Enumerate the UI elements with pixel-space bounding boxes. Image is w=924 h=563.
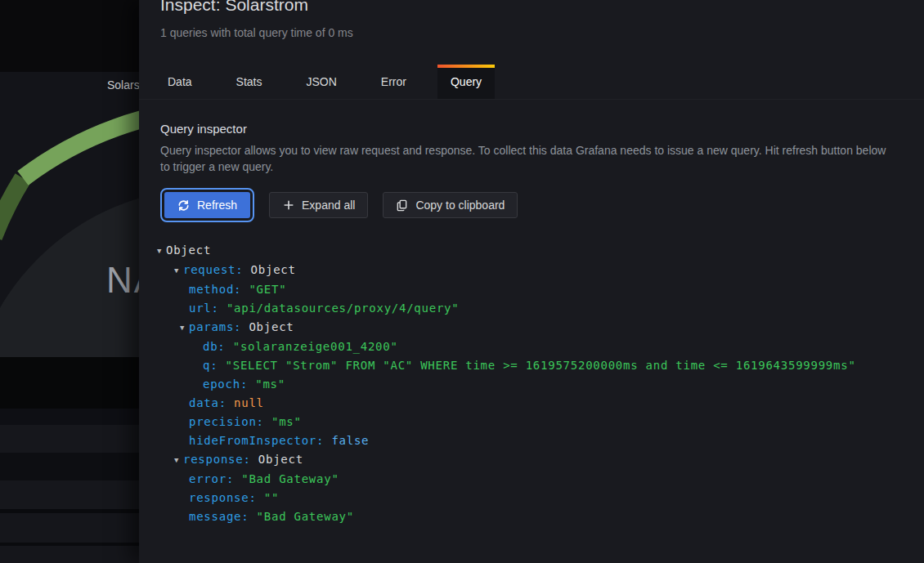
- tab-label: Data: [168, 75, 192, 88]
- button-row: RefreshExpand allCopy to clipboard: [160, 192, 903, 218]
- json-key: response:: [183, 453, 258, 466]
- button-label: Copy to clipboard: [415, 199, 505, 212]
- query-inspector-content: Query inspector Query inspector allows y…: [139, 100, 924, 526]
- tab-json[interactable]: JSON: [293, 65, 349, 99]
- tab-label: Stats: [236, 75, 262, 88]
- json-key: message:: [189, 510, 257, 523]
- json-value: Object: [166, 244, 211, 257]
- refresh-icon: [177, 199, 190, 212]
- panel-title: Solars: [107, 78, 140, 92]
- active-tab-accent-bar: [437, 65, 495, 68]
- json-value: "SELECT "Strom" FROM "AC" WHERE time >= …: [226, 359, 856, 372]
- json-value: "GET": [249, 283, 286, 296]
- json-row: method: "GET": [160, 280, 903, 299]
- json-value: "Bad Gateway": [257, 510, 354, 523]
- json-row: message: "Bad Gateway": [160, 507, 903, 526]
- json-key: epoch:: [203, 378, 255, 391]
- json-key: url:: [189, 302, 227, 315]
- collapse-triangle-icon[interactable]: ▼: [157, 242, 166, 261]
- plus-icon: [282, 199, 294, 212]
- json-value: Object: [251, 263, 296, 276]
- json-value: null: [234, 396, 264, 409]
- tab-label: Query: [451, 75, 482, 88]
- json-row: url: "api/datasources/proxy/4/query": [160, 299, 903, 318]
- json-value: "Bad Gateway": [241, 472, 339, 485]
- json-row: ▼request: Object: [160, 261, 903, 280]
- collapse-triangle-icon[interactable]: ▼: [180, 319, 189, 337]
- copy-to-clipboard-button[interactable]: Copy to clipboard: [383, 192, 518, 218]
- json-row: db: "solaranzeige001_4200": [160, 337, 903, 356]
- tab-error[interactable]: Error: [368, 65, 419, 99]
- json-key: q:: [203, 359, 226, 372]
- json-row: response: "": [160, 489, 903, 507]
- tab-data[interactable]: Data: [155, 65, 205, 99]
- json-key: hideFromInspector:: [189, 434, 331, 447]
- collapse-triangle-icon[interactable]: ▼: [174, 261, 183, 280]
- json-key: params:: [189, 320, 249, 333]
- json-value: false: [331, 434, 369, 447]
- inspect-drawer: Inspect: Solarstrom 1 queries with total…: [139, 0, 924, 563]
- json-value: "": [264, 491, 279, 504]
- json-key: request:: [183, 263, 251, 276]
- drawer-subtitle: 1 queries with total query time of 0 ms: [160, 26, 903, 39]
- json-row: data: null: [160, 394, 903, 413]
- json-row: hideFromInspector: false: [160, 431, 903, 450]
- json-row: ▼response: Object: [160, 450, 903, 470]
- drawer-title: Inspect: Solarstrom: [160, 0, 903, 16]
- json-key: data:: [189, 396, 234, 409]
- tab-label: JSON: [306, 75, 336, 88]
- refresh-button[interactable]: Refresh: [164, 192, 250, 218]
- button-label: Refresh: [197, 199, 237, 212]
- json-row: precision: "ms": [160, 413, 903, 431]
- button-label: Expand all: [302, 199, 355, 212]
- section-description: Query inspector allows you to view raw r…: [160, 143, 895, 175]
- json-key: db:: [203, 340, 233, 353]
- json-value: Object: [249, 320, 294, 333]
- tab-bar: DataStatsJSONErrorQuery: [139, 65, 924, 100]
- json-row: epoch: "ms": [160, 375, 903, 394]
- drawer-header: Inspect: Solarstrom 1 queries with total…: [139, 0, 924, 39]
- json-value: "ms": [271, 415, 302, 428]
- expand-all-button[interactable]: Expand all: [269, 192, 368, 218]
- tab-stats[interactable]: Stats: [223, 65, 276, 99]
- collapse-triangle-icon[interactable]: ▼: [174, 451, 183, 470]
- json-row: ▼params: Object: [160, 318, 903, 337]
- copy-icon: [396, 199, 408, 212]
- tab-query[interactable]: Query: [437, 65, 495, 99]
- json-tree: ▼Object▼request: Objectmethod: "GET"url:…: [160, 241, 903, 526]
- section-heading: Query inspector: [160, 122, 903, 136]
- json-row: ▼Object: [160, 241, 903, 261]
- json-value: "api/datasources/proxy/4/query": [227, 302, 460, 315]
- json-key: response:: [189, 491, 264, 504]
- json-key: precision:: [189, 415, 271, 428]
- json-row: q: "SELECT "Strom" FROM "AC" WHERE time …: [160, 356, 903, 375]
- json-value: "ms": [255, 378, 285, 391]
- tab-label: Error: [381, 75, 406, 88]
- json-value: "solaranzeige001_4200": [233, 340, 398, 353]
- json-row: error: "Bad Gateway": [160, 470, 903, 489]
- json-key: error:: [189, 472, 241, 485]
- gauge-arc-tail: [0, 178, 23, 237]
- json-value: Object: [258, 453, 303, 466]
- json-key: method:: [189, 283, 249, 296]
